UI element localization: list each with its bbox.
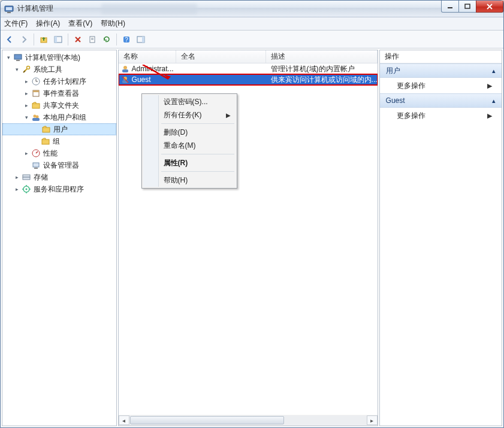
event-icon bbox=[31, 89, 41, 98]
body-panes: ▾ 计算机管理(本地) ▾ 系统工具 ▸ 任务计划程序 ▸ 事件 bbox=[1, 48, 503, 427]
forward-button[interactable] bbox=[17, 33, 31, 46]
tree-users[interactable]: ▸ 用户 bbox=[2, 123, 116, 135]
actions-section-guest[interactable]: Guest ▴ bbox=[380, 93, 502, 108]
performance-icon bbox=[31, 148, 41, 158]
ctx-separator bbox=[161, 171, 234, 172]
ctx-label: 所有任务(K) bbox=[164, 110, 202, 120]
horizontal-scrollbar[interactable]: ◂ ▸ bbox=[119, 415, 378, 426]
back-button[interactable] bbox=[3, 33, 16, 46]
titlebar-blur bbox=[101, 4, 197, 14]
properties-button[interactable] bbox=[86, 33, 99, 46]
col-desc[interactable]: 描述 bbox=[266, 50, 378, 63]
user-name: Guest bbox=[132, 75, 151, 84]
context-menu: 设置密码(S)... 所有任务(K)▶ 删除(D) 重命名(M) 属性(R) 帮… bbox=[141, 93, 237, 189]
toolbar-separator bbox=[68, 34, 68, 45]
svg-rect-3 bbox=[448, 7, 452, 8]
scroll-left-button[interactable]: ◂ bbox=[119, 415, 129, 425]
tree-device-manager[interactable]: ▸ 设备管理器 bbox=[2, 159, 116, 171]
svg-rect-25 bbox=[43, 128, 50, 132]
storage-icon bbox=[22, 172, 31, 182]
maximize-button[interactable] bbox=[458, 1, 476, 13]
tree-shared-folders[interactable]: ▸ 共享文件夹 bbox=[2, 99, 116, 111]
ctx-label: 重命名(M) bbox=[164, 141, 196, 151]
submenu-arrow-icon: ▶ bbox=[226, 112, 231, 119]
folder-icon bbox=[41, 136, 50, 146]
action-more-users[interactable]: 更多操作 ▶ bbox=[380, 78, 502, 93]
tree-task-scheduler[interactable]: ▸ 任务计划程序 bbox=[2, 75, 116, 87]
svg-rect-1 bbox=[6, 7, 12, 10]
titlebar[interactable]: 计算机管理 bbox=[1, 1, 503, 17]
svg-point-34 bbox=[123, 66, 127, 69]
ctx-set-password[interactable]: 设置密码(S)... bbox=[143, 95, 236, 108]
ctx-separator bbox=[161, 123, 234, 124]
tree-local-users-groups[interactable]: ▾ 本地用户和组 bbox=[2, 111, 116, 123]
toolbar: ? bbox=[1, 31, 503, 48]
ctx-separator bbox=[161, 154, 234, 154]
ctx-help[interactable]: 帮助(H) bbox=[143, 174, 236, 187]
tree-root[interactable]: ▾ 计算机管理(本地) bbox=[2, 51, 116, 63]
ctx-all-tasks[interactable]: 所有任务(K)▶ bbox=[143, 108, 236, 122]
help-button[interactable]: ? bbox=[120, 33, 133, 46]
menu-action[interactable]: 操作(A) bbox=[36, 19, 60, 29]
services-icon bbox=[22, 184, 31, 194]
tree-storage[interactable]: ▸ 存储 bbox=[2, 171, 116, 183]
tree-label: 事件查看器 bbox=[43, 89, 79, 99]
list-rows: Administrat... 管理计算机(域)的内置帐户 Guest 供来宾访问… bbox=[119, 63, 378, 415]
user-desc: 供来宾访问计算机或访问域的内... bbox=[266, 75, 378, 85]
user-row-admin[interactable]: Administrat... 管理计算机(域)的内置帐户 bbox=[119, 63, 378, 74]
svg-rect-35 bbox=[122, 69, 128, 72]
minimize-button[interactable] bbox=[441, 1, 459, 13]
ctx-rename[interactable]: 重命名(M) bbox=[143, 139, 236, 152]
svg-rect-14 bbox=[142, 37, 144, 43]
users-icon bbox=[31, 113, 41, 122]
tree-label: 共享文件夹 bbox=[43, 101, 79, 111]
scroll-thumb[interactable] bbox=[130, 416, 284, 424]
svg-rect-16 bbox=[16, 60, 20, 61]
svg-point-23 bbox=[36, 116, 39, 119]
user-row-guest[interactable]: Guest 供来宾访问计算机或访问域的内... bbox=[119, 74, 378, 85]
actions-section-users[interactable]: 用户 ▴ bbox=[380, 63, 502, 78]
tree-root-label: 计算机管理(本地) bbox=[25, 53, 80, 63]
ctx-delete[interactable]: 删除(D) bbox=[143, 126, 236, 139]
menu-help[interactable]: 帮助(H) bbox=[101, 19, 125, 29]
list-header: 名称 全名 描述 bbox=[119, 50, 378, 63]
console-tree[interactable]: ▾ 计算机管理(本地) ▾ 系统工具 ▸ 任务计划程序 ▸ 事件 bbox=[2, 51, 116, 195]
svg-rect-30 bbox=[23, 175, 30, 177]
tree-event-viewer[interactable]: ▸ 事件查看器 bbox=[2, 87, 116, 99]
tree-groups[interactable]: ▸ 组 bbox=[2, 135, 116, 147]
menu-file[interactable]: 文件(F) bbox=[4, 19, 28, 29]
svg-rect-20 bbox=[33, 90, 39, 92]
tree-performance[interactable]: ▸ 性能 bbox=[2, 147, 116, 159]
svg-rect-31 bbox=[23, 177, 30, 180]
svg-rect-21 bbox=[32, 104, 40, 108]
folder-icon bbox=[41, 125, 51, 134]
show-hide-tree-button[interactable] bbox=[52, 33, 65, 46]
svg-text:?: ? bbox=[125, 37, 128, 43]
svg-rect-29 bbox=[34, 168, 38, 169]
tree-label: 任务计划程序 bbox=[43, 77, 86, 87]
svg-rect-2 bbox=[7, 12, 11, 13]
submenu-arrow-icon: ▶ bbox=[487, 82, 492, 90]
tree-label: 性能 bbox=[43, 148, 58, 159]
scroll-right-button[interactable]: ▸ bbox=[367, 415, 378, 425]
action-more-guest[interactable]: 更多操作 ▶ bbox=[380, 108, 502, 123]
svg-point-33 bbox=[26, 189, 28, 190]
ctx-properties[interactable]: 属性(R) bbox=[143, 156, 236, 169]
svg-rect-28 bbox=[33, 163, 39, 167]
collapse-arrow-icon: ▴ bbox=[492, 97, 496, 105]
tree-system-tools[interactable]: ▾ 系统工具 bbox=[2, 63, 116, 75]
delete-button[interactable] bbox=[71, 33, 84, 46]
tree-services[interactable]: ▸ 服务和应用程序 bbox=[2, 183, 116, 195]
tree-label: 设备管理器 bbox=[43, 160, 79, 171]
menubar: 文件(F) 操作(A) 查看(V) 帮助(H) bbox=[1, 17, 503, 31]
col-fullname[interactable]: 全名 bbox=[176, 50, 266, 63]
menu-view[interactable]: 查看(V) bbox=[68, 19, 92, 29]
refresh-button[interactable] bbox=[100, 33, 113, 46]
col-name[interactable]: 名称 bbox=[119, 50, 176, 63]
show-action-pane-button[interactable] bbox=[134, 33, 147, 46]
svg-rect-24 bbox=[32, 118, 40, 121]
up-button[interactable] bbox=[37, 33, 50, 46]
close-button[interactable] bbox=[476, 1, 503, 13]
scroll-track[interactable] bbox=[129, 415, 367, 425]
app-icon bbox=[4, 4, 14, 14]
